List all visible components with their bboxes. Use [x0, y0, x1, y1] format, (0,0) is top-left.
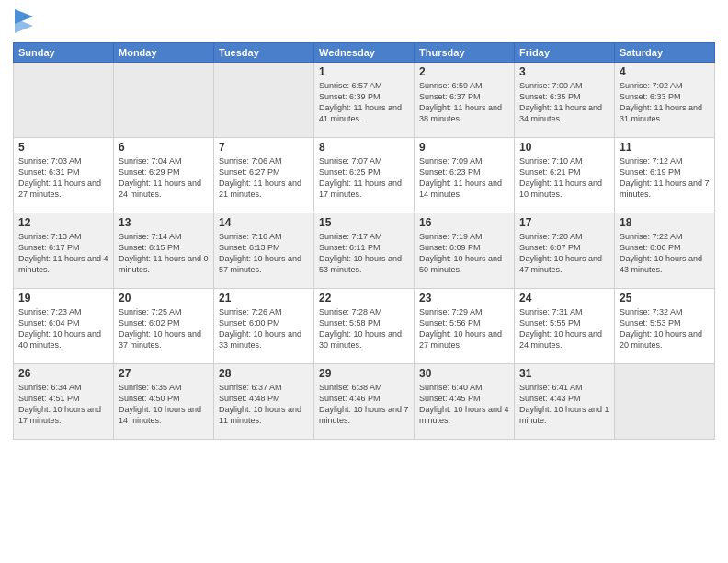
day-info: Sunrise: 7:10 AM Sunset: 6:21 PM Dayligh…: [519, 155, 609, 201]
day-info: Sunrise: 7:09 AM Sunset: 6:23 PM Dayligh…: [419, 155, 509, 201]
calendar-week-row: 5Sunrise: 7:03 AM Sunset: 6:31 PM Daylig…: [14, 138, 715, 213]
calendar-day-cell: 7Sunrise: 7:06 AM Sunset: 6:27 PM Daylig…: [214, 138, 314, 213]
day-number: 5: [18, 141, 108, 154]
day-info: Sunrise: 7:17 AM Sunset: 6:11 PM Dayligh…: [319, 231, 409, 276]
day-info: Sunrise: 7:14 AM Sunset: 6:15 PM Dayligh…: [119, 231, 209, 276]
day-number: 28: [219, 367, 309, 380]
day-info: Sunrise: 7:16 AM Sunset: 6:13 PM Dayligh…: [219, 231, 309, 276]
day-number: 25: [620, 292, 710, 304]
calendar-day-cell: 1Sunrise: 6:57 AM Sunset: 6:39 PM Daylig…: [314, 63, 415, 138]
calendar-day-cell: 13Sunrise: 7:14 AM Sunset: 6:15 PM Dayli…: [114, 213, 214, 289]
day-info: Sunrise: 6:35 AM Sunset: 4:50 PM Dayligh…: [119, 382, 209, 427]
weekday-header: Tuesday: [214, 43, 314, 63]
day-number: 21: [219, 292, 309, 304]
day-info: Sunrise: 7:12 AM Sunset: 6:19 PM Dayligh…: [620, 155, 710, 201]
day-info: Sunrise: 7:25 AM Sunset: 6:02 PM Dayligh…: [119, 306, 209, 351]
calendar-day-cell: [214, 63, 314, 138]
day-info: Sunrise: 6:37 AM Sunset: 4:48 PM Dayligh…: [219, 382, 309, 427]
weekday-header: Friday: [515, 43, 615, 63]
day-info: Sunrise: 6:59 AM Sunset: 6:37 PM Dayligh…: [419, 80, 509, 125]
calendar-day-cell: 2Sunrise: 6:59 AM Sunset: 6:37 PM Daylig…: [415, 63, 515, 138]
day-info: Sunrise: 7:03 AM Sunset: 6:31 PM Dayligh…: [18, 155, 108, 201]
day-info: Sunrise: 6:41 AM Sunset: 4:43 PM Dayligh…: [519, 382, 609, 427]
day-info: Sunrise: 7:19 AM Sunset: 6:09 PM Dayligh…: [419, 231, 509, 276]
calendar-week-row: 19Sunrise: 7:23 AM Sunset: 6:04 PM Dayli…: [14, 289, 715, 364]
day-number: 12: [18, 216, 108, 229]
day-number: 22: [319, 292, 409, 304]
calendar-day-cell: 8Sunrise: 7:07 AM Sunset: 6:25 PM Daylig…: [314, 138, 415, 213]
calendar-header-row: SundayMondayTuesdayWednesdayThursdayFrid…: [14, 43, 715, 63]
weekday-header: Sunday: [14, 43, 114, 63]
calendar-table: SundayMondayTuesdayWednesdayThursdayFrid…: [13, 42, 715, 440]
weekday-header: Saturday: [615, 43, 715, 63]
day-number: 8: [319, 141, 409, 154]
weekday-header: Thursday: [415, 43, 515, 63]
day-info: Sunrise: 7:04 AM Sunset: 6:29 PM Dayligh…: [119, 155, 209, 201]
day-info: Sunrise: 6:34 AM Sunset: 4:51 PM Dayligh…: [18, 382, 108, 427]
day-info: Sunrise: 7:32 AM Sunset: 5:53 PM Dayligh…: [620, 306, 710, 351]
calendar-day-cell: 14Sunrise: 7:16 AM Sunset: 6:13 PM Dayli…: [214, 213, 314, 289]
calendar-day-cell: 19Sunrise: 7:23 AM Sunset: 6:04 PM Dayli…: [14, 289, 114, 364]
logo: [13, 9, 33, 35]
calendar-day-cell: 31Sunrise: 6:41 AM Sunset: 4:43 PM Dayli…: [515, 364, 615, 440]
day-number: 30: [419, 367, 509, 380]
day-number: 16: [419, 216, 509, 229]
day-number: 17: [519, 216, 609, 229]
calendar-day-cell: 22Sunrise: 7:28 AM Sunset: 5:58 PM Dayli…: [314, 289, 415, 364]
calendar-day-cell: 15Sunrise: 7:17 AM Sunset: 6:11 PM Dayli…: [314, 213, 415, 289]
day-info: Sunrise: 7:23 AM Sunset: 6:04 PM Dayligh…: [18, 306, 108, 351]
calendar-day-cell: 25Sunrise: 7:32 AM Sunset: 5:53 PM Dayli…: [615, 289, 715, 364]
calendar-day-cell: [615, 364, 715, 440]
calendar-day-cell: [14, 63, 114, 138]
day-number: 20: [119, 292, 209, 304]
calendar-day-cell: 23Sunrise: 7:29 AM Sunset: 5:56 PM Dayli…: [415, 289, 515, 364]
day-number: 27: [119, 367, 209, 380]
calendar-week-row: 12Sunrise: 7:13 AM Sunset: 6:17 PM Dayli…: [14, 213, 715, 289]
day-number: 26: [18, 367, 108, 380]
calendar-day-cell: 4Sunrise: 7:02 AM Sunset: 6:33 PM Daylig…: [615, 63, 715, 138]
day-number: 7: [219, 141, 309, 154]
day-info: Sunrise: 7:20 AM Sunset: 6:07 PM Dayligh…: [519, 231, 609, 276]
day-info: Sunrise: 7:13 AM Sunset: 6:17 PM Dayligh…: [18, 231, 108, 276]
calendar-day-cell: 17Sunrise: 7:20 AM Sunset: 6:07 PM Dayli…: [515, 213, 615, 289]
day-info: Sunrise: 7:26 AM Sunset: 6:00 PM Dayligh…: [219, 306, 309, 351]
day-info: Sunrise: 6:38 AM Sunset: 4:46 PM Dayligh…: [319, 382, 409, 427]
day-number: 19: [18, 292, 108, 304]
calendar-day-cell: 18Sunrise: 7:22 AM Sunset: 6:06 PM Dayli…: [615, 213, 715, 289]
calendar-day-cell: 26Sunrise: 6:34 AM Sunset: 4:51 PM Dayli…: [14, 364, 114, 440]
day-info: Sunrise: 7:29 AM Sunset: 5:56 PM Dayligh…: [419, 306, 509, 351]
calendar-day-cell: 28Sunrise: 6:37 AM Sunset: 4:48 PM Dayli…: [214, 364, 314, 440]
day-number: 2: [419, 65, 509, 78]
calendar-day-cell: 5Sunrise: 7:03 AM Sunset: 6:31 PM Daylig…: [14, 138, 114, 213]
day-info: Sunrise: 7:07 AM Sunset: 6:25 PM Dayligh…: [319, 155, 409, 201]
calendar-day-cell: 11Sunrise: 7:12 AM Sunset: 6:19 PM Dayli…: [615, 138, 715, 213]
day-number: 31: [519, 367, 609, 380]
calendar-day-cell: 10Sunrise: 7:10 AM Sunset: 6:21 PM Dayli…: [515, 138, 615, 213]
calendar-day-cell: 20Sunrise: 7:25 AM Sunset: 6:02 PM Dayli…: [114, 289, 214, 364]
header: [13, 9, 715, 35]
day-number: 10: [519, 141, 609, 154]
page: SundayMondayTuesdayWednesdayThursdayFrid…: [0, 0, 728, 563]
day-number: 24: [519, 292, 609, 304]
day-number: 13: [119, 216, 209, 229]
calendar-day-cell: 6Sunrise: 7:04 AM Sunset: 6:29 PM Daylig…: [114, 138, 214, 213]
day-number: 4: [620, 65, 710, 78]
calendar-day-cell: 30Sunrise: 6:40 AM Sunset: 4:45 PM Dayli…: [415, 364, 515, 440]
day-info: Sunrise: 7:00 AM Sunset: 6:35 PM Dayligh…: [519, 80, 609, 125]
weekday-header: Monday: [114, 43, 214, 63]
day-info: Sunrise: 7:22 AM Sunset: 6:06 PM Dayligh…: [620, 231, 710, 276]
day-number: 1: [319, 65, 409, 78]
day-info: Sunrise: 7:28 AM Sunset: 5:58 PM Dayligh…: [319, 306, 409, 351]
day-number: 18: [620, 216, 710, 229]
day-number: 3: [519, 65, 609, 78]
svg-marker-1: [15, 18, 33, 33]
calendar-day-cell: 3Sunrise: 7:00 AM Sunset: 6:35 PM Daylig…: [515, 63, 615, 138]
day-number: 29: [319, 367, 409, 380]
day-info: Sunrise: 7:31 AM Sunset: 5:55 PM Dayligh…: [519, 306, 609, 351]
calendar-day-cell: [114, 63, 214, 138]
calendar-day-cell: 12Sunrise: 7:13 AM Sunset: 6:17 PM Dayli…: [14, 213, 114, 289]
day-info: Sunrise: 6:57 AM Sunset: 6:39 PM Dayligh…: [319, 80, 409, 125]
day-number: 23: [419, 292, 509, 304]
calendar-day-cell: 9Sunrise: 7:09 AM Sunset: 6:23 PM Daylig…: [415, 138, 515, 213]
day-number: 6: [119, 141, 209, 154]
